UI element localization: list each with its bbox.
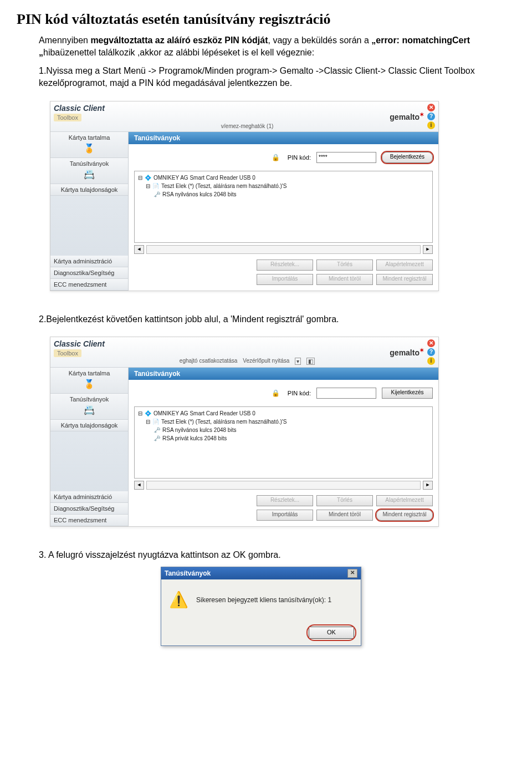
scroll-right-button[interactable]: ► (423, 481, 433, 490)
sidebar-label: Kártya tartalma (69, 134, 110, 141)
page-title: PIN kód változtatás esetén tanúsítvány r… (17, 11, 515, 28)
pin-input[interactable]: **** (316, 152, 376, 163)
details-button[interactable]: Részletek... (257, 260, 313, 271)
cert-icon: 📄 (152, 182, 159, 190)
sidebar-label: Kártya tartalma (69, 370, 110, 377)
pin-input[interactable] (316, 388, 376, 399)
reader-icon: 💠 (145, 409, 151, 418)
lock-icon: 🔒 (272, 154, 280, 161)
dialog-message: Sikeresen bejegyzett kliens tanúsítvány(… (196, 596, 331, 604)
sidebar-label: Kártya adminisztráció (54, 258, 112, 264)
lock-icon: 🔒 (272, 389, 280, 397)
default-button[interactable]: Alapértelmezett (376, 495, 433, 506)
header-path-a: eghajtó csatlakoztatása (180, 358, 238, 365)
delete-all-button[interactable]: Mindent töröl (316, 274, 373, 285)
sidebar-item-diag[interactable]: Diagnosztika/Segítség (50, 503, 128, 515)
sidebar-item-card-props[interactable]: Kártya tulajdonságok (50, 420, 128, 431)
card-icon: 🏅 (83, 142, 96, 155)
ok-highlight: OK (308, 625, 355, 640)
scrollbar-track[interactable] (146, 481, 421, 490)
delete-button[interactable]: Törlés (316, 260, 373, 271)
tree-cert: Teszt Elek (*) (Teszt, aláírásra nem has… (161, 418, 287, 426)
close-icon[interactable]: ✕ (427, 104, 435, 111)
card-icon: 🏅 (83, 378, 96, 391)
sidebar-label: Kártya tulajdonságok (61, 422, 118, 429)
intro-text-c: , vagy a beküldés során a (268, 35, 371, 45)
sidebar-label: Tanúsítványok (70, 396, 109, 403)
sidebar-item-ecc[interactable]: ECC menedzsment (50, 279, 128, 291)
dialog-close-button[interactable]: ✕ (347, 569, 357, 578)
screenshot-1: Classic Client Toolbox v/emez-meghatók (… (50, 101, 439, 291)
tree-privkey: RSA privát kulcs 2048 bits (162, 434, 227, 442)
sidebar-item-card-content[interactable]: Kártya tartalma 🏅 (50, 132, 128, 158)
help-icon[interactable]: ? (427, 113, 435, 120)
sidebar-item-certificates[interactable]: Tanúsítványok 📇 (50, 394, 128, 420)
scrollbar-track[interactable] (146, 245, 421, 254)
sidebar-item-certificates[interactable]: Tanúsítványok 📇 (50, 158, 128, 184)
certificate-icon: 📇 (83, 168, 96, 181)
details-button[interactable]: Részletek... (257, 495, 313, 506)
dialog-confirmation: Tanúsítványok ✕ ⚠️ Sikeresen bejegyzett … (161, 567, 361, 646)
brand-mark: ✶ (420, 111, 424, 118)
register-all-button[interactable]: Mindent regisztrál (376, 510, 433, 521)
certificate-tree[interactable]: ⊟💠OMNIKEY AG Smart Card Reader USB 0 ⊟📄T… (134, 406, 433, 479)
sidebar-item-card-content[interactable]: Kártya tartalma 🏅 (50, 368, 128, 394)
close-icon[interactable]: ✕ (427, 339, 435, 347)
pin-label: PIN kód: (288, 154, 311, 161)
minus-icon[interactable]: ⊟ (138, 174, 142, 182)
brand-label: gemalto✶ (390, 111, 424, 121)
sidebar-item-ecc[interactable]: ECC menedzsment (50, 515, 128, 526)
tree-pubkey: RSA nyilvános kulcs 2048 bits (162, 190, 236, 199)
step-3: 3. A felugró visszajelzést nyugtázva kat… (39, 549, 515, 561)
logout-button[interactable]: Kijelentkezés (382, 388, 433, 399)
reader-icon: 💠 (145, 174, 151, 182)
step-2: 2.Bejelentkezést követően kattintson job… (39, 313, 515, 325)
login-button[interactable]: Bejelentkezés (382, 152, 433, 163)
key-icon: 🗝️ (154, 190, 160, 199)
warning-icon: ⚠️ (169, 591, 188, 609)
help-icon[interactable]: ? (427, 348, 435, 356)
header-path-b: Vezérlőpult nyitása (243, 358, 289, 365)
default-button[interactable]: Alapértelmezett (376, 260, 433, 271)
sidebar-label: Tanúsítványok (70, 160, 109, 167)
sidebar-item-card-props[interactable]: Kártya tulajdonságok (50, 184, 128, 196)
scroll-right-button[interactable]: ► (423, 245, 433, 254)
register-all-button[interactable]: Mindent regisztrál (376, 274, 433, 285)
cert-icon: 📄 (152, 418, 159, 426)
intro-text-b: megváltoztatta az aláíró eszköz PIN kódj… (90, 35, 268, 45)
import-button[interactable]: Importálás (257, 510, 313, 521)
import-button[interactable]: Importálás (257, 274, 313, 285)
dropdown-icon[interactable]: ▾ (295, 358, 301, 365)
brand-mark: ✶ (420, 347, 424, 353)
minus-icon[interactable]: ⊟ (138, 409, 142, 418)
info-icon[interactable]: i (427, 357, 435, 365)
tab-certificates: Tanúsítványok (129, 132, 438, 144)
scroll-left-button[interactable]: ◄ (134, 245, 144, 254)
tree-reader: OMNIKEY AG Smart Card Reader USB 0 (154, 409, 255, 418)
view-icon[interactable]: ◧ (306, 358, 315, 365)
sidebar-item-diag[interactable]: Diagnosztika/Segítség (50, 267, 128, 279)
tree-cert: Teszt Elek (*) (Teszt, aláírásra nem has… (161, 182, 287, 190)
sidebar-label: Kártya tulajdonságok (61, 186, 118, 193)
screenshot-2: Classic Client Toolbox eghajtó csatlakoz… (50, 337, 439, 527)
info-icon[interactable]: i (427, 121, 435, 129)
app-logo-title: Classic Client (54, 339, 105, 348)
dialog-title-text: Tanúsítványok (165, 569, 211, 577)
sidebar-label: Diagnosztika/Segítség (54, 269, 114, 276)
pin-label: PIN kód: (288, 390, 311, 396)
minus-icon[interactable]: ⊟ (146, 418, 150, 426)
minus-icon[interactable]: ⊟ (146, 182, 150, 190)
key-icon: 🗝️ (154, 434, 160, 442)
app-logo-sub: Toolbox (54, 114, 81, 121)
scroll-left-button[interactable]: ◄ (134, 481, 144, 490)
sidebar-label: Diagnosztika/Segítség (54, 505, 114, 512)
sidebar-item-card-admin[interactable]: Kártya adminisztráció (50, 256, 128, 267)
certificate-tree[interactable]: ⊟💠OMNIKEY AG Smart Card Reader USB 0 ⊟📄T… (134, 171, 433, 243)
ok-button[interactable]: OK (309, 627, 354, 639)
brand-label: gemalto✶ (390, 347, 424, 357)
tree-pubkey: RSA nyilvános kulcs 2048 bits (162, 426, 236, 434)
delete-button[interactable]: Törlés (316, 495, 373, 506)
sidebar-item-card-admin[interactable]: Kártya adminisztráció (50, 491, 128, 503)
delete-all-button[interactable]: Mindent töröl (316, 510, 373, 521)
header-path: v/emez-meghatók (1) (221, 123, 273, 129)
